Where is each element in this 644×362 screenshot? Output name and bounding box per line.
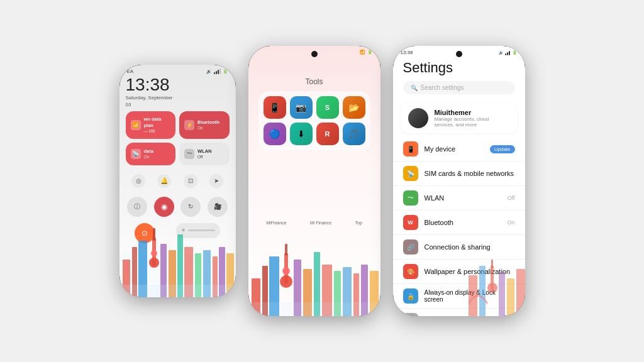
phone3-camera <box>456 51 462 57</box>
mydevice-icon: 📱 <box>403 141 418 156</box>
settings-item-wlan[interactable]: 〜 WLAN Off <box>393 186 525 211</box>
app-icon-1[interactable]: 📷 <box>290 96 313 119</box>
settings-account-row[interactable]: Miuithemer Manage accounts, cloud servic… <box>401 103 518 133</box>
cc-tiles: 📶 wn data plan — MB ⚡ Bluetooth On 📡 <box>126 111 230 165</box>
bt-value: On <box>507 219 514 226</box>
cc-tile-bluetooth-text: Bluetooth On <box>197 119 219 131</box>
settings-account-text: Miuithemer Manage accounts, cloud servic… <box>435 109 510 128</box>
conn-label: Connection & sharing <box>425 243 515 251</box>
cc-tile-bluetooth[interactable]: ⚡ Bluetooth On <box>179 111 230 139</box>
cc-btn-info[interactable]: ⓘ <box>127 197 147 217</box>
settings-account-sub: Manage accounts, cloud services, and mor… <box>435 116 510 128</box>
display-icon: 💡 <box>403 313 418 316</box>
bt-icon: W <box>403 215 418 230</box>
phone3-status-icons: 🔊 🔋 <box>499 50 518 55</box>
dock-label-2: Top <box>355 221 362 225</box>
svg-rect-41 <box>499 272 505 316</box>
conn-icon: 🔗 <box>403 239 418 255</box>
svg-rect-35 <box>248 302 380 316</box>
folder-grid[interactable]: 📱 📷 S 📂 🔵 ⬇ R 🎵 <box>258 91 370 150</box>
wlan-label: WLAN <box>425 194 501 202</box>
phone1-screen: EA 🔊 🔋 13:38 Saturday, September 03 <box>119 65 236 297</box>
app-icon-3[interactable]: 📂 <box>343 96 365 119</box>
settings-item-sim[interactable]: 📡 SIM cards & mobile networks <box>393 162 525 186</box>
data-plan-icon: 📶 <box>131 120 141 130</box>
phone2-camera <box>311 51 318 57</box>
app-icon-6[interactable]: R <box>316 123 339 145</box>
bt-label: Bluetooth <box>425 219 501 226</box>
svg-point-25 <box>282 267 290 275</box>
cc-tile-wlan-text: WLAN Off <box>197 148 212 160</box>
lock-icon: 🔒 <box>403 288 418 304</box>
mydevice-label: My device <box>425 145 484 153</box>
wlan-icon: 〜 <box>403 190 418 206</box>
svg-rect-24 <box>285 244 287 255</box>
phone1-status-icons: 🔊 🔋 <box>206 69 228 74</box>
dock-labels: MiFinance Mi Finance Top <box>248 221 380 225</box>
signal-icon <box>214 69 221 74</box>
cityscape-svg <box>119 216 236 297</box>
phone3-screen: 13:38 🔊 🔋 Settings 🔍 Search settings <box>393 46 525 316</box>
folder-label: Tools <box>305 77 323 86</box>
svg-rect-42 <box>507 278 514 316</box>
cc-icon-screenshot[interactable]: ⊡ <box>184 174 197 188</box>
settings-item-bluetooth[interactable]: W Bluetooth On <box>393 211 525 235</box>
app-icon-2[interactable]: S <box>316 96 339 119</box>
cityscape-svg-3 <box>469 253 525 316</box>
cityscape-svg-2 <box>248 234 380 316</box>
svg-rect-40 <box>491 260 493 268</box>
home-folder-area: Tools 📱 📷 S 📂 🔵 ⬇ R 🎵 <box>248 77 380 150</box>
sim-label: SIM cards & mobile networks <box>425 170 515 177</box>
bluetooth-tile-icon: ⚡ <box>184 120 194 130</box>
phone3-time: 13:38 <box>401 50 413 55</box>
svg-rect-37 <box>479 266 486 316</box>
settings-title: Settings <box>403 60 515 76</box>
cc-tile-mobile-data[interactable]: 📡 data On <box>126 143 176 165</box>
search-placeholder: Search settings <box>421 84 464 91</box>
settings-account-name: Miuithemer <box>435 109 510 116</box>
cc-btn-circle[interactable]: ◉ <box>154 197 174 217</box>
phone2: 📶 🔋 Tools 📱 📷 S 📂 🔵 ⬇ R 🎵 MiFinance Mi F… <box>248 46 380 316</box>
phone3: 13:38 🔊 🔋 Settings 🔍 Search settings <box>393 46 525 316</box>
app-icon-0[interactable]: 📱 <box>264 96 286 119</box>
cc-btn-rotate[interactable]: ↻ <box>180 197 201 217</box>
app-icon-7[interactable]: 🎵 <box>343 123 365 145</box>
signal-icon-3 <box>505 50 510 55</box>
app-icon-4[interactable]: 🔵 <box>264 123 286 145</box>
cc-icons-row: ◎ 🔔 ⊡ ➤ <box>126 172 230 190</box>
dock-label-1: Mi Finance <box>310 221 331 225</box>
phone1-statusbar: EA 🔊 🔋 <box>127 69 228 74</box>
app-icon-5[interactable]: ⬇ <box>290 123 313 145</box>
cc-tile-wlan[interactable]: 〜 WLAN Off <box>179 143 230 165</box>
svg-point-7 <box>151 250 157 256</box>
cc-tile-mobile-data-text: data On <box>144 148 153 160</box>
phone1-cityscape <box>119 216 236 297</box>
search-icon: 🔍 <box>411 85 418 91</box>
phone2-cityscape <box>248 234 380 316</box>
svg-rect-43 <box>516 269 525 316</box>
cc-tile-data-plan[interactable]: 📶 wn data plan — MB <box>126 111 176 139</box>
cc-time-area: 13:38 Saturday, September 03 <box>126 76 173 107</box>
cc-icon-airdrop[interactable]: ➤ <box>209 174 223 188</box>
svg-rect-6 <box>153 228 155 241</box>
cc-icon-alarm[interactable]: 🔔 <box>157 174 171 188</box>
cc-date2: 03 <box>126 102 173 107</box>
wlan-tile-icon: 〜 <box>184 149 194 159</box>
settings-item-mydevice[interactable]: 📱 My device Update <box>393 137 525 162</box>
phone3-cityscape <box>469 253 525 316</box>
phone2-screen: 📶 🔋 Tools 📱 📷 S 📂 🔵 ⬇ R 🎵 MiFinance Mi F… <box>248 46 380 316</box>
phone1-carrier: EA <box>127 69 134 74</box>
wlan-value: Off <box>508 195 515 201</box>
settings-avatar <box>408 108 428 128</box>
phone2-status-icons: 📶 🔋 <box>360 50 373 55</box>
wp-icon: 🎨 <box>403 264 418 279</box>
settings-search[interactable]: 🔍 Search settings <box>403 81 515 94</box>
svg-rect-17 <box>119 285 236 297</box>
cc-date: Saturday, September <box>126 95 173 101</box>
cc-icon-location[interactable]: ◎ <box>131 174 145 188</box>
mydevice-badge: Update <box>490 145 515 153</box>
cc-header: 13:38 Saturday, September 03 <box>126 76 230 107</box>
dock-label-0: MiFinance <box>266 221 286 225</box>
cc-media-row: ⓘ ◉ ↻ 🎥 <box>126 197 230 217</box>
cc-btn-camera[interactable]: 🎥 <box>208 197 228 217</box>
